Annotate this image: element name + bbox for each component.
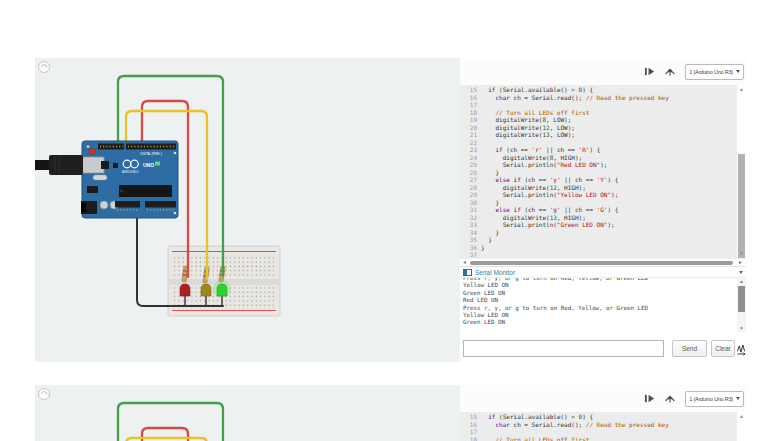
serial-output-line: Yellow LED ON — [460, 282, 737, 289]
serial-output-line: Red LED ON — [460, 297, 737, 304]
screenshot-block-1: DIGITAL (PWM~) — [35, 58, 746, 362]
code-line[interactable]: 25 Serial.println("Red LED ON"); — [460, 161, 737, 169]
serial-monitor-title: Serial Monitor — [475, 269, 515, 276]
code-line[interactable]: 17 — [460, 428, 737, 436]
dropdown-caret-icon — [736, 70, 740, 73]
code-line[interactable]: 22 — [460, 139, 737, 147]
code-line[interactable]: 28 digitalWrite(12, HIGH); — [460, 184, 737, 192]
green-wire[interactable] — [118, 403, 223, 441]
board-brand-label: ARDUINO — [122, 170, 139, 174]
code-line[interactable]: 23 if (ch == 'r' || ch == 'R') { — [460, 146, 737, 154]
code-line[interactable]: 31 else if (ch == 'g' || ch == 'G') { — [460, 206, 737, 214]
screenshot-block-2: DIGITAL (PWM~) — [35, 385, 746, 441]
code-line[interactable]: 37 — [460, 251, 737, 258]
rotate-icon[interactable] — [37, 60, 51, 74]
code-line[interactable]: 35 } — [460, 236, 737, 244]
line-number: 20 — [460, 124, 481, 132]
editor-scrollbar[interactable]: ▲ ▼ — [737, 412, 746, 441]
line-number: 24 — [460, 154, 481, 162]
scroll-down-icon[interactable]: ▼ — [737, 251, 746, 256]
line-number: 15 — [460, 413, 481, 421]
code-line[interactable]: 16 char ch = Serial.read(); // Read the … — [460, 94, 737, 102]
line-number: 29 — [460, 191, 481, 199]
reset-button[interactable] — [89, 148, 95, 154]
yellow-led[interactable] — [201, 284, 211, 296]
code-line[interactable]: 33 Serial.println("Green LED ON"); — [460, 221, 737, 229]
code-line[interactable]: 16 char ch = Serial.read(); // Read the … — [460, 421, 737, 429]
code-line[interactable]: 26 } — [460, 169, 737, 177]
scroll-up-icon[interactable]: ▲ — [737, 87, 746, 92]
line-number: 25 — [460, 161, 481, 169]
circuit-svg: DIGITAL (PWM~) — [35, 385, 460, 441]
clear-button[interactable]: Clear — [711, 340, 735, 357]
code-line[interactable]: 21 digitalWrite(13, LOW); — [460, 131, 737, 139]
line-number: 37 — [460, 251, 481, 258]
serial-scroll-down-icon[interactable]: ▼ — [737, 326, 746, 331]
scroll-right-icon[interactable]: ► — [738, 259, 743, 266]
editor-hscrollbar-thumb[interactable] — [470, 261, 733, 265]
code-line[interactable]: 18 // Turn all LEDs off first — [460, 436, 737, 441]
code-line[interactable]: 32 digitalWrite(13, HIGH); — [460, 214, 737, 222]
serial-monitor-header[interactable]: Serial Monitor — [460, 266, 746, 278]
code-line[interactable]: 17 — [460, 101, 737, 109]
line-number: 16 — [460, 421, 481, 429]
circuit-canvas[interactable]: DIGITAL (PWM~) — [35, 385, 460, 441]
board-name-label: UNO — [143, 162, 154, 168]
line-number: 32 — [460, 214, 481, 222]
red-led[interactable] — [180, 284, 190, 296]
code-toolbar: 1 (Arduino Uno R3) — [460, 385, 746, 412]
scroll-left-icon[interactable]: ◄ — [462, 259, 467, 266]
rotate-icon[interactable] — [37, 387, 51, 401]
board-select-dropdown[interactable]: 1 (Arduino Uno R3) — [685, 64, 744, 80]
line-number: 16 — [460, 94, 481, 102]
pin-header-bottom-left — [115, 201, 140, 208]
serial-output-line: Press r, y, or g to turn on Red, Yellow,… — [460, 305, 737, 312]
editor-scrollbar-thumb[interactable] — [738, 154, 745, 258]
upload-button[interactable] — [664, 66, 676, 78]
simulator-block: DIGITAL (PWM~) — [35, 385, 746, 441]
code-line[interactable]: 34 } — [460, 229, 737, 237]
code-lines: 15 if (Serial.available() > 0) {16 char … — [460, 413, 737, 441]
board-select-dropdown[interactable]: 1 (Arduino Uno R3) — [685, 391, 744, 407]
editor-scrollbar[interactable]: ▲ ▼ — [737, 85, 746, 258]
line-number: 27 — [460, 176, 481, 184]
debug-step-button[interactable] — [643, 393, 655, 405]
serial-output-lines: Press r, y, or g to turn on Red, Yellow,… — [460, 278, 737, 327]
code-editor[interactable]: 15 if (Serial.available() > 0) {16 char … — [460, 85, 746, 258]
green-led[interactable] — [217, 284, 227, 296]
serial-scrollbar[interactable]: ▲ ▼ — [737, 278, 746, 332]
debug-step-button[interactable] — [643, 66, 655, 78]
serial-scrollbar-thumb[interactable] — [738, 286, 745, 312]
serial-input[interactable] — [463, 340, 664, 357]
circuit-svg: DIGITAL (PWM~) — [35, 58, 460, 362]
code-line[interactable]: 27 else if (ch == 'y' || ch == 'Y') { — [460, 176, 737, 184]
line-number: 36 — [460, 244, 481, 252]
serial-scroll-up-icon[interactable]: ▲ — [737, 279, 746, 284]
circuit-canvas[interactable]: DIGITAL (PWM~) — [35, 58, 460, 362]
send-button[interactable]: Send — [672, 340, 707, 357]
code-line[interactable]: 18 // Turn all LEDs off first — [460, 109, 737, 117]
code-line[interactable]: 15 if (Serial.available() > 0) { — [460, 86, 737, 94]
editor-hscrollbar[interactable]: ◄ ► — [460, 258, 746, 266]
code-line[interactable]: 15 if (Serial.available() > 0) { — [460, 413, 737, 421]
code-line[interactable]: 29 Serial.println("Yellow LED ON"); — [460, 191, 737, 199]
line-number: 18 — [460, 436, 481, 441]
code-line[interactable]: 36} — [460, 244, 737, 252]
line-number: 28 — [460, 184, 481, 192]
upload-button[interactable] — [664, 393, 676, 405]
usb-cable[interactable] — [35, 155, 83, 175]
code-line[interactable]: 20 digitalWrite(12, LOW); — [460, 124, 737, 132]
scroll-up-icon[interactable]: ▲ — [737, 414, 746, 419]
arduino-board[interactable]: DIGITAL (PWM~) — [79, 141, 178, 218]
serial-collapse-icon[interactable] — [739, 271, 743, 274]
code-line[interactable]: 19 digitalWrite(8, LOW); — [460, 116, 737, 124]
digital-pins-label: DIGITAL (PWM~) — [140, 152, 162, 156]
code-editor[interactable]: 15 if (Serial.available() > 0) {16 char … — [460, 412, 746, 441]
code-panel: 1 (Arduino Uno R3) 15 if (Serial.availab… — [460, 58, 746, 362]
graph-toggle-button[interactable] — [737, 342, 746, 355]
serial-output-line: Yellow LED ON — [460, 312, 737, 319]
code-line[interactable]: 24 digitalWrite(8, HIGH); — [460, 154, 737, 162]
power-led — [155, 162, 160, 166]
line-number: 15 — [460, 86, 481, 94]
code-line[interactable]: 30 } — [460, 199, 737, 207]
